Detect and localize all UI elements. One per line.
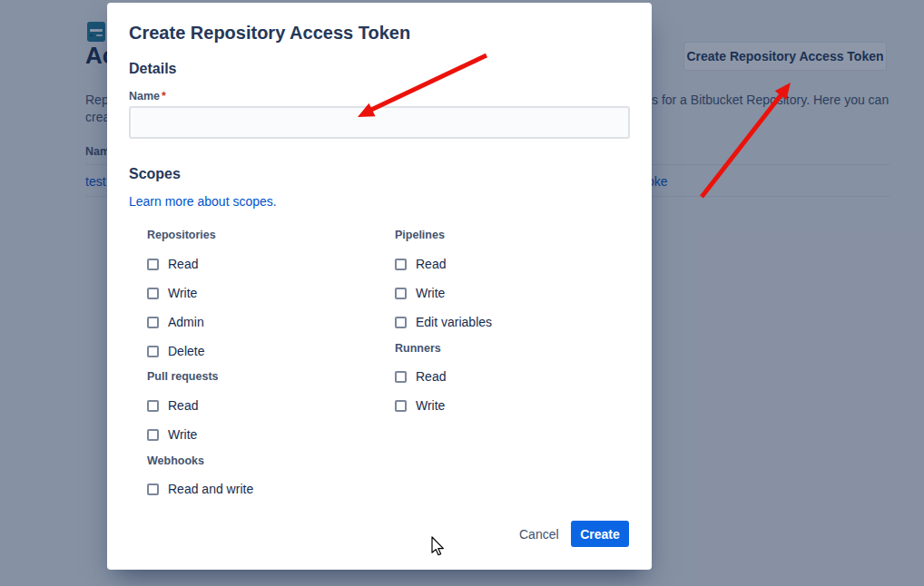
- checkbox-pipelines-edit-variables[interactable]: Edit variables: [395, 314, 492, 330]
- checkbox-repositories-admin[interactable]: Admin: [147, 314, 204, 330]
- checkbox-icon[interactable]: [395, 288, 407, 299]
- checkbox-icon[interactable]: [147, 483, 159, 495]
- scope-group-label-runners: Runners: [395, 342, 441, 355]
- modal-title: Create Repository Access Token: [129, 23, 410, 44]
- create-repository-access-token-modal: Create Repository Access Token Details N…: [107, 3, 652, 570]
- checkbox-repositories-read[interactable]: Read: [147, 256, 198, 272]
- checkbox-icon[interactable]: [395, 317, 407, 328]
- checkbox-icon[interactable]: [147, 400, 159, 412]
- checkbox-pipelines-read[interactable]: Read: [395, 256, 446, 272]
- required-indicator: *: [162, 90, 166, 103]
- checkbox-pull-requests-write[interactable]: Write: [147, 426, 197, 443]
- scope-group-label-pull-requests: Pull requests: [147, 370, 219, 383]
- checkbox-runners-write[interactable]: Write: [395, 397, 445, 414]
- checkbox-icon[interactable]: [395, 400, 407, 412]
- checkbox-icon[interactable]: [147, 259, 159, 270]
- checkbox-pipelines-write[interactable]: Write: [395, 285, 445, 301]
- checkbox-icon[interactable]: [395, 371, 407, 383]
- learn-more-about-scopes-link[interactable]: Learn more about scopes.: [129, 194, 277, 209]
- scope-group-label-pipelines: Pipelines: [395, 229, 445, 241]
- token-name-input[interactable]: [129, 106, 630, 139]
- scope-group-label-webhooks: Webhooks: [147, 454, 204, 467]
- checkbox-runners-read[interactable]: Read: [395, 368, 446, 385]
- checkbox-icon[interactable]: [147, 288, 159, 299]
- create-button[interactable]: Create: [571, 521, 629, 547]
- checkbox-icon[interactable]: [395, 259, 407, 270]
- scopes-heading: Scopes: [129, 166, 181, 182]
- checkbox-icon[interactable]: [147, 317, 159, 328]
- checkbox-pull-requests-read[interactable]: Read: [147, 397, 198, 414]
- checkbox-icon[interactable]: [147, 346, 159, 357]
- name-label-text: Name: [129, 90, 160, 103]
- scope-group-label-repositories: Repositories: [147, 229, 216, 241]
- checkbox-icon[interactable]: [147, 429, 159, 441]
- checkbox-webhooks-read-and-write[interactable]: Read and write: [147, 481, 253, 497]
- details-heading: Details: [129, 61, 176, 77]
- cancel-button[interactable]: Cancel: [512, 523, 566, 545]
- checkbox-repositories-delete[interactable]: Delete: [147, 343, 204, 359]
- checkbox-repositories-write[interactable]: Write: [147, 285, 197, 301]
- name-label: Name*: [129, 90, 166, 103]
